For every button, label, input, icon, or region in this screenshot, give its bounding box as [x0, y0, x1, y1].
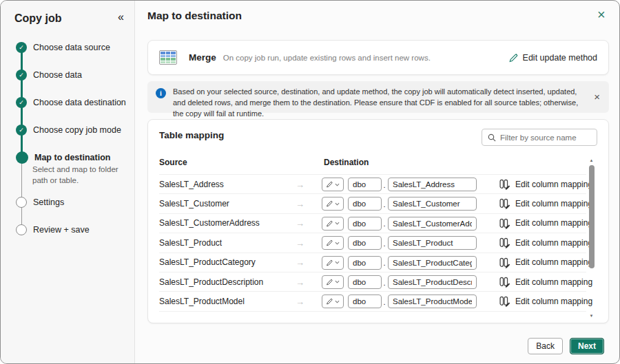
table-row: SalesLT_Customer → . Edit column mapping — [159, 194, 586, 213]
column-mapping-icon — [499, 218, 510, 229]
merge-table-icon — [159, 50, 177, 65]
destination-table-input[interactable] — [388, 256, 477, 270]
pencil-icon — [326, 239, 333, 246]
table-mapping-card: Table mapping Source Destination SalesLT… — [147, 119, 609, 323]
filter-input[interactable] — [500, 133, 591, 142]
arrow-right-icon: → — [296, 179, 304, 189]
pencil-icon — [326, 181, 333, 188]
edit-column-mapping-link[interactable]: Edit column mapping — [515, 238, 592, 248]
table-row: SalesLT_CustomerAddress → . Edit column … — [159, 214, 586, 233]
page-title: Map to destination — [147, 10, 242, 22]
edit-destination-dropdown[interactable] — [322, 178, 344, 191]
source-table-name: SalesLT_Address — [159, 180, 224, 189]
step-rail-pending — [21, 159, 23, 230]
pencil-icon — [326, 279, 333, 286]
schema-input[interactable] — [348, 275, 382, 289]
update-method-name: Merge — [189, 52, 216, 63]
arrow-right-icon: → — [296, 237, 304, 248]
edit-update-method-button[interactable]: Edit update method — [508, 53, 597, 63]
edit-destination-dropdown[interactable] — [322, 295, 344, 308]
destination-table-input[interactable] — [388, 217, 477, 231]
column-header-source: Source — [159, 158, 187, 167]
next-button[interactable]: Next — [570, 338, 604, 354]
edit-update-method-label: Edit update method — [523, 53, 597, 63]
sidebar-item-choose-copy-job-mode[interactable]: ✓ Choose copy job mode — [16, 125, 121, 136]
edit-column-mapping-link[interactable]: Edit column mapping — [515, 199, 592, 208]
arrow-right-icon: → — [296, 297, 304, 307]
step-label: Review + save — [33, 225, 90, 235]
chevron-down-icon — [335, 280, 340, 283]
scroll-down-icon[interactable]: ▼ — [588, 314, 595, 318]
step-pending-icon — [16, 197, 27, 208]
column-mapping-icon — [499, 179, 510, 190]
sidebar-title: Copy job — [14, 12, 61, 25]
sidebar-item-map-to-destination[interactable]: Map to destination — [16, 151, 110, 164]
edit-destination-dropdown[interactable] — [322, 275, 344, 289]
edit-column-mapping-link[interactable]: Edit column mapping — [515, 257, 592, 267]
table-row: SalesLT_Product → . Edit column mapping — [159, 233, 586, 253]
table-row: SalesLT_ProductDescription → . Edit colu… — [159, 272, 586, 292]
sidebar-item-choose-data-destination[interactable]: ✓ Choose data destination — [16, 97, 126, 108]
collapse-sidebar-button[interactable]: « — [118, 11, 124, 23]
source-table-name: SalesLT_ProductDescription — [159, 277, 263, 287]
step-completed-icon: ✓ — [16, 69, 27, 81]
back-button[interactable]: Back — [528, 338, 563, 354]
sidebar-item-choose-data[interactable]: ✓ Choose data — [16, 69, 82, 81]
destination-table-input[interactable] — [388, 178, 477, 191]
pencil-icon — [326, 259, 333, 266]
edit-destination-dropdown[interactable] — [322, 236, 344, 250]
pencil-icon — [508, 53, 518, 63]
schema-input[interactable] — [348, 236, 382, 250]
schema-separator: . — [382, 239, 386, 248]
filter-box — [482, 129, 597, 146]
pencil-icon — [326, 200, 333, 207]
schema-input[interactable] — [348, 178, 382, 191]
edit-column-mapping-link[interactable]: Edit column mapping — [515, 297, 592, 306]
edit-destination-dropdown[interactable] — [322, 197, 344, 211]
info-icon: i — [156, 88, 166, 98]
schema-separator: . — [382, 181, 386, 189]
arrow-right-icon: → — [296, 257, 304, 268]
sidebar-item-choose-data-source[interactable]: ✓ Choose data source — [16, 42, 110, 53]
sidebar-item-review-save[interactable]: Review + save — [16, 224, 90, 235]
column-header-destination: Destination — [324, 158, 369, 167]
table-row: SalesLT_ProductCategory → . Edit column … — [159, 253, 586, 272]
scrollbar-thumb[interactable] — [589, 165, 595, 268]
destination-table-input[interactable] — [388, 236, 477, 250]
step-label: Choose copy job mode — [33, 125, 121, 135]
schema-input[interactable] — [348, 256, 382, 270]
schema-input[interactable] — [348, 197, 382, 211]
schema-input[interactable] — [348, 217, 382, 231]
edit-destination-dropdown[interactable] — [322, 256, 344, 270]
step-label: Choose data — [33, 70, 82, 80]
pencil-icon — [326, 220, 333, 227]
chevron-down-icon — [335, 242, 340, 245]
dismiss-banner-icon[interactable]: × — [594, 91, 600, 103]
source-table-name: SalesLT_ProductModel — [159, 297, 245, 306]
step-description: Select and map to folder path or table. — [32, 164, 130, 186]
step-completed-icon: ✓ — [16, 42, 27, 53]
chevron-down-icon — [335, 183, 340, 186]
scroll-up-icon[interactable]: ▲ — [588, 158, 595, 162]
destination-table-input[interactable] — [388, 275, 477, 289]
arrow-right-icon: → — [296, 277, 304, 287]
edit-column-mapping-link[interactable]: Edit column mapping — [515, 180, 592, 189]
pencil-icon — [326, 298, 333, 305]
chevron-down-icon — [335, 261, 340, 264]
arrow-right-icon: → — [296, 199, 304, 209]
copy-job-wizard-window: Copy job « ✓ Choose data source ✓ Choose… — [0, 0, 620, 364]
edit-column-mapping-link[interactable]: Edit column mapping — [515, 277, 592, 287]
edit-destination-dropdown[interactable] — [322, 217, 344, 231]
sidebar-item-settings[interactable]: Settings — [16, 197, 64, 208]
table-scrollbar[interactable]: ▲ ▼ — [588, 158, 595, 318]
close-icon[interactable]: × — [593, 6, 610, 24]
arrow-right-icon: → — [296, 218, 304, 228]
step-label: Map to destination — [34, 153, 110, 162]
table-row: SalesLT_ProductModel → . Edit column map… — [159, 292, 586, 311]
destination-table-input[interactable] — [388, 197, 477, 211]
step-completed-icon: ✓ — [16, 125, 27, 136]
info-banner: i Based on your selected source, destina… — [147, 81, 609, 113]
destination-table-input[interactable] — [388, 295, 477, 308]
edit-column-mapping-link[interactable]: Edit column mapping — [515, 218, 592, 228]
schema-input[interactable] — [348, 295, 382, 308]
